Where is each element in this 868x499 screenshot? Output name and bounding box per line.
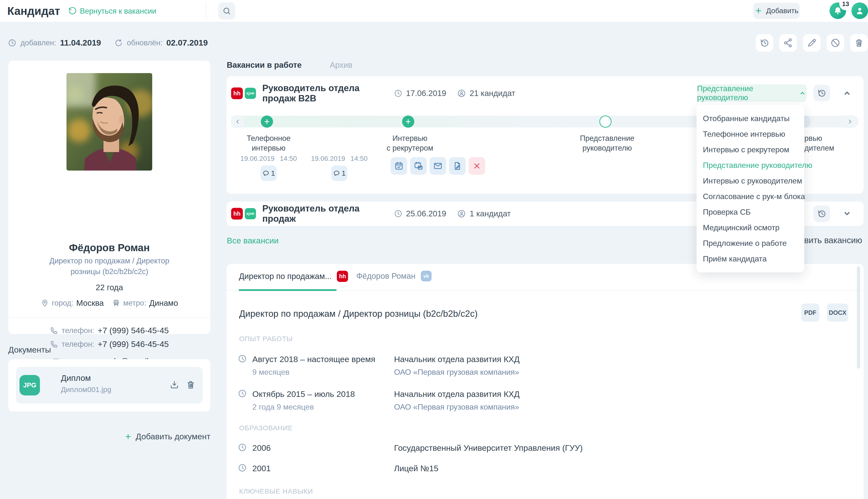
added-date: 11.04.2019 [60,38,101,48]
vacancies-tabs: Вакансии в работе Архив [227,60,352,70]
dropdown-item[interactable]: Интервью с руководителем [696,173,804,188]
edit-document-button[interactable] [449,157,466,175]
envelope-icon [433,161,443,171]
collapse-vacancy-icon[interactable] [841,87,853,99]
pipeline-scroll-left[interactable] [231,115,244,128]
vacancy-candidates-count: 21 кандидат [470,89,515,98]
experience-company[interactable]: ОАО «Первая грузовая компания» [394,368,519,377]
history-button[interactable] [756,34,773,52]
tab-resume-hh[interactable]: Директор по продажам... hh [239,271,348,282]
plus-icon [124,433,132,440]
document-filename: Диплом001.jpg [61,386,111,394]
document-edit-icon [452,161,462,171]
city-value: Москва [76,299,104,308]
dropdown-item[interactable]: Телефонное интервью [696,126,804,142]
topbar-divider [206,3,206,19]
phone-value[interactable]: +7 (999) 546-45-45 [98,326,169,335]
dropdown-item[interactable]: Проверка СБ [696,204,804,220]
dropdown-item[interactable]: Согласование с рук-м блока [696,188,804,204]
pipeline-scroll-right[interactable] [844,115,856,128]
candidate-name: Фёдоров Роман [8,242,210,254]
dropdown-item[interactable]: Интервью с рекрутером [696,142,804,157]
stage-comments-chip[interactable]: 1 [261,166,277,181]
stage-history-button[interactable] [814,85,830,101]
experience-position: Начальник отдела развития КХД [394,354,520,364]
iqhr-source-badge: IQHR [245,208,256,219]
user-avatar[interactable] [852,2,868,19]
stage-comments-chip[interactable]: 1 [331,166,347,181]
undo-arrow-icon [68,7,76,16]
stage-select-button[interactable]: Представление руководителю [697,84,807,102]
education-school: Государственный Университет Управления (… [394,443,583,453]
vacancy-title[interactable]: Руководитель отдела продаж B2B [262,83,379,104]
schedule-event-button[interactable] [390,157,407,175]
calendar-invite-button[interactable] [410,157,427,175]
dropdown-item-selected[interactable]: Представление руководителю [696,157,804,173]
experience-duration: 2 года 9 месяцев [252,402,314,412]
expand-vacancy-icon[interactable] [841,208,853,220]
experience-period: Октябрь 2015 – июль 2018 [252,389,355,399]
experience-position: Начальник отдела развития КХД [394,389,520,399]
vacancy-title[interactable]: Руководитель отдела продаж [262,204,379,224]
clock-icon [394,209,402,218]
scrollbar-thumb[interactable] [857,266,860,369]
vacancy-date: 25.06.2019 [406,209,446,218]
active-tab-underline [239,289,337,291]
stage-current-marker[interactable] [599,115,611,128]
back-to-vacancy-link[interactable]: Вернуться к вакансии [68,7,156,16]
vk-badge: vk [421,271,432,281]
resume-title: Директор по продажам / Директор розницы … [239,309,478,319]
reject-candidate-button[interactable] [469,157,485,175]
resume-card: Директор по продажам... hh Фёдоров Роман… [226,264,864,499]
search-icon [222,6,231,16]
phone-value[interactable]: +7 (999) 546-45-45 [98,339,169,349]
download-icon[interactable] [169,380,179,390]
tab-profile-vk[interactable]: Фёдоров Роман vk [356,271,432,281]
candidate-position: Директор по продажам / Директор розницы … [41,256,177,277]
phone-icon [50,340,58,349]
phone-row: телефон: +7 (999) 546-45-45 [8,326,210,335]
location-pin-icon [41,299,49,307]
block-button[interactable] [827,34,844,52]
export-pdf-button[interactable]: PDF [801,304,819,321]
delete-document-icon[interactable] [186,380,196,390]
clock-icon [238,354,247,363]
tab-vacancies-active[interactable]: Вакансии в работе [227,60,301,70]
stage-add-button[interactable] [261,115,273,128]
share-button[interactable] [779,34,797,52]
hh-badge: hh [337,271,348,282]
phone-icon [50,327,58,335]
clock-icon [238,463,247,473]
experience-company[interactable]: ОАО «Первая грузовая компания» [394,402,519,412]
all-vacancies-link[interactable]: Все вакансии [227,236,278,245]
experience-period: Август 2018 – настоящее время [252,354,375,364]
edit-button[interactable] [803,34,820,52]
clock-icon [238,443,247,452]
dropdown-item[interactable]: Медицинский осмотр [696,220,804,235]
hh-source-badge: hh [231,87,243,99]
vacancy-candidates-count: 1 кандидат [470,209,511,218]
add-button[interactable]: Добавить [753,3,799,19]
dropdown-item[interactable]: Отобранные кандидаты [696,111,804,126]
export-docx-button[interactable]: DOCX [827,304,848,321]
stage-history-button[interactable] [814,205,830,222]
dropdown-item[interactable]: Предложение о работе [696,235,804,251]
candidate-geo: город: Москва метро: Динамо [8,299,210,308]
skills-heading: КЛЮЧЕВЫЕ НАВЫКИ [239,488,313,495]
user-icon [855,6,865,16]
documents-heading: Документы [8,345,51,354]
page-title: Кандидат [7,4,60,17]
candidate-photo [66,73,152,171]
add-document-link[interactable]: Добавить документ [8,432,210,441]
dropdown-item[interactable]: Приём кандидата [696,251,804,267]
clock-icon [8,38,16,47]
search-button[interactable] [218,2,235,20]
stage-add-button[interactable] [402,115,414,128]
send-email-button[interactable] [430,157,446,175]
education-heading: ОБРАЗОВАНИЕ [239,424,293,432]
clock-icon [394,89,402,98]
delete-button[interactable] [850,34,868,52]
experience-heading: ОПЫТ РАБОТЫ [239,335,293,343]
tab-archive[interactable]: Архив [330,60,352,70]
comment-bubble-icon [262,170,270,177]
